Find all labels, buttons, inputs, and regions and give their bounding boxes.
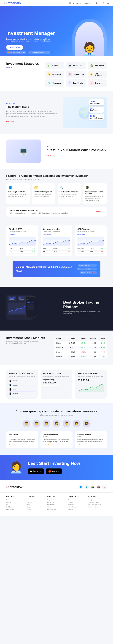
commission-link[interactable]: View All: [16, 270, 22, 272]
footer-col-item[interactable]: Partners: [27, 508, 45, 510]
strategies-view-all[interactable]: View All: [6, 67, 39, 68]
factors-section: Factors To Consider When Selecting An In…: [0, 169, 113, 222]
factor-icon: 🎓: [85, 186, 105, 190]
ticker-price: 1.2700: [90, 251, 94, 253]
footer-col-item[interactable]: Mobile App: [6, 506, 25, 508]
trading-tickers: EUR/USD 1.0850 +0.1% GBP/USD 1.2700 -0.2…: [77, 248, 104, 254]
footer-col-item[interactable]: Blog: [27, 506, 45, 508]
strategy-icon: 🛒: [47, 81, 51, 85]
footer-col-item[interactable]: Community: [47, 504, 66, 506]
footer-col-item[interactable]: info@stockman.com: [88, 499, 107, 501]
footer-col-item[interactable]: About Us: [27, 499, 45, 501]
invest-readmore[interactable]: Read More: [46, 154, 54, 156]
strategy-card[interactable]: 🏠 Real Estate: [88, 62, 107, 69]
footer-col-item[interactable]: Features: [6, 499, 25, 501]
nav-link[interactable]: About: [76, 2, 81, 4]
footer-col-item[interactable]: Pricing: [6, 502, 25, 503]
testimonial-stars: ★★★★★: [9, 444, 36, 446]
hero-cta-button[interactable]: Invest Now: [6, 45, 23, 50]
trading-learn-more[interactable]: Learn More: [43, 234, 70, 235]
broker-stat-value: $2,100: [10, 297, 15, 299]
footer-social-icon[interactable]: 💼: [96, 485, 101, 489]
nav-link[interactable]: Blog ▾: [96, 2, 101, 4]
footer-col-item[interactable]: Mon-Fri 9-6pm: [88, 506, 107, 508]
insight-readmore[interactable]: Read More: [6, 120, 14, 122]
footer-col-item[interactable]: Webinars: [68, 504, 86, 506]
footer-column: SUPPORTHelp CenterContact UsCommunitySta…: [47, 496, 66, 511]
footer-social-icon[interactable]: 📸: [90, 485, 95, 489]
footer-col-item[interactable]: Documentation: [68, 499, 86, 501]
strategy-card[interactable]: ⚡ Energy: [88, 80, 107, 86]
table-row: Bitcoin$42,100+2.4%14.2B+8.2%: [55, 341, 106, 345]
footer-column: CONTACTinfo@stockman.com+1 800 123 4567N…: [88, 496, 107, 511]
cta-store-button[interactable]: ▶ Google Play: [28, 468, 44, 474]
footer-col-item[interactable]: Cookie Policy: [47, 508, 66, 510]
footer-col-item[interactable]: +1 800 123 4567: [88, 502, 107, 503]
community-subtitle: Ullamcorper adipiscing urna sodales nibh…: [6, 414, 107, 416]
strategy-label: Tech Crypto: [73, 82, 83, 84]
table-cell: $2,820: [67, 346, 77, 350]
map-stat-badge: 100+ 100+ Countries: [88, 100, 104, 106]
footer-col-item[interactable]: Tutorials: [68, 502, 86, 503]
access-card-text: Ullamcorper adipiscing urna sodales nibh…: [78, 376, 104, 377]
footer-col-item[interactable]: Press: [27, 504, 45, 506]
nav-link[interactable]: Home: [69, 2, 74, 4]
stat-label: 200+ Trading Pairs: [90, 117, 103, 119]
table-cell: +3.1%: [98, 355, 106, 359]
invest-section: 💻 About Us Invest In Your Money With Sto…: [0, 134, 113, 169]
financial-download[interactable]: Download →: [94, 211, 103, 212]
strategy-card[interactable]: 🏗️ Infrastructure: [66, 70, 86, 78]
footer-col-title: COMPANY: [27, 496, 45, 498]
cta-btn-label: Google Play: [33, 470, 42, 472]
trading-card: Stocks & ETFs Lorem ipsum dolor sit amet…: [6, 226, 38, 256]
strategy-card[interactable]: 📊 Equity: [45, 62, 64, 69]
strategy-card[interactable]: 🛒 Consumer: [45, 80, 64, 86]
cta-person: 🧑‍💼: [10, 461, 23, 474]
strategy-card[interactable]: 💊 Healthcare: [45, 70, 64, 78]
nav-link[interactable]: Investment ▾: [83, 2, 93, 4]
ticker-name: AMZN: [9, 248, 13, 250]
strategy-card[interactable]: 💰 Top Dividend: [88, 70, 107, 78]
strategy-label: Consumer: [52, 82, 61, 84]
cta-store-button[interactable]: 🍎 App Store: [46, 468, 62, 474]
commission-content: Join Our Manager Investment With 0,1% Co…: [16, 266, 72, 272]
footer-social-icon[interactable]: 🐦: [84, 485, 89, 489]
access-section: Access To US Investments. Ullamcorper ad…: [0, 365, 113, 403]
cta-section: 🧑‍💼 Les't Start Investing Now ▶ Google P…: [0, 455, 113, 480]
access-item-label: Google: [13, 393, 18, 394]
footer-col-title: PRODUCT: [6, 496, 25, 498]
footer-col-item[interactable]: API Reference: [68, 506, 86, 508]
factor-name: Financial Professional Courses: [85, 191, 105, 194]
footer-col-item[interactable]: Careers: [27, 502, 45, 503]
footer-social-icon[interactable]: ❓: [102, 485, 107, 489]
footer-col-item[interactable]: Status: [47, 506, 66, 508]
footer-col-item[interactable]: Contact Us: [47, 502, 66, 503]
logo[interactable]: 📈 STOCKMAN: [4, 2, 21, 4]
footer-social-icon[interactable]: 📘: [78, 485, 83, 489]
chart-svg: [77, 238, 104, 246]
avatar: 👨‍💼: [63, 420, 70, 428]
footer-col-item[interactable]: Glossary: [68, 508, 86, 510]
footer-col-item[interactable]: Help Center: [47, 499, 66, 501]
footer-top: 📈 STOCKMAN 📘🐦📸💼❓: [0, 480, 113, 492]
trading-learn-more[interactable]: Learn More: [77, 234, 104, 235]
footer-col-item[interactable]: FAQ: [6, 504, 25, 506]
footer-col-item[interactable]: Desktop App: [6, 508, 25, 510]
invest-image-icon: 💻: [19, 147, 28, 156]
testimonial-text: Ullamcorper adipiscing urna sodales nibh…: [77, 439, 104, 443]
hero-title: Investment Manager: [6, 30, 72, 36]
trading-learn-more[interactable]: Learn More: [9, 234, 36, 235]
footer-col-item[interactable]: New York, NY 10001: [88, 504, 107, 506]
strategy-card[interactable]: 🔗 Tech Crypto: [66, 80, 86, 86]
ticker-container: Bitcoin NUMBER 0.91 Ethereum NUMBER 1.42: [6, 51, 50, 54]
ticker-row: GBP/USD 1.2700 -0.2%: [77, 250, 104, 254]
strategy-card[interactable]: 💻 Tech Asset: [66, 62, 86, 69]
nav-link[interactable]: Contact: [103, 2, 109, 4]
avatars-row: 👩🧑👨👩‍💼👨‍💼👧🧔: [6, 420, 107, 428]
access-item-icon: 📱: [9, 388, 12, 391]
strategy-icon: 🏠: [90, 64, 94, 68]
ticker-change: +0.1%: [100, 248, 104, 250]
testimonial-role: Investor: [43, 436, 70, 438]
cta-content: Les't Start Investing Now ▶ Google Play🍎…: [28, 461, 103, 474]
commission-link-wrap: View All: [16, 270, 72, 272]
